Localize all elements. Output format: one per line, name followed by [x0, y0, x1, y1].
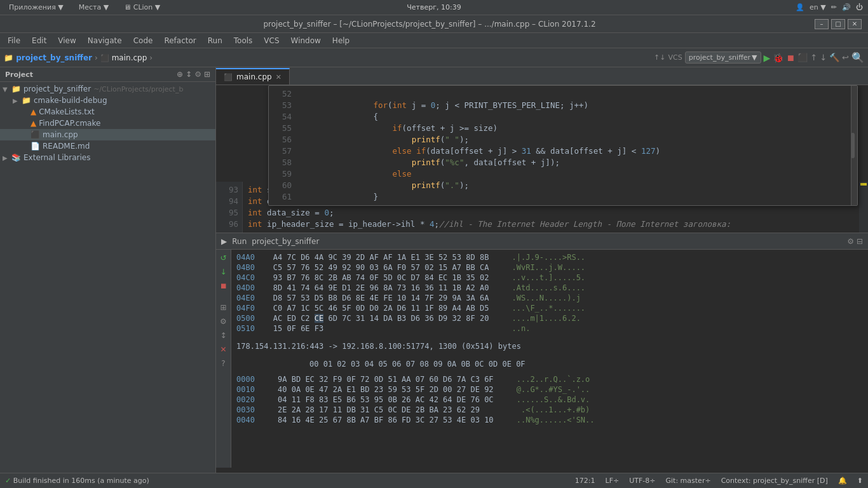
status-line-ending[interactable]: LF÷ — [606, 477, 620, 485]
cmake-build-icon: 📁 — [22, 96, 31, 105]
user-icon: 👤 — [796, 3, 804, 11]
system-time: Четверг, 10:39 — [407, 3, 461, 11]
run-toggle-btn[interactable]: ⊞ — [218, 302, 229, 313]
run-project-name: project_by_sniffer — [252, 237, 319, 246]
run-config-selector[interactable]: project_by_sniffer ▼ — [685, 51, 761, 64]
window-controls: – □ ✕ — [815, 19, 862, 29]
clion-menu[interactable]: 🖥 CLion ▼ — [120, 2, 164, 13]
popup-right-mark — [851, 86, 857, 205]
search-icon[interactable]: 🔍 — [851, 51, 864, 64]
breadcrumb-file[interactable]: ⬛ main.cpp — [100, 53, 147, 62]
panel-layout-icon[interactable]: ⊞ — [204, 70, 210, 79]
run-button[interactable]: ▶ — [764, 53, 771, 63]
readme-label: README.md — [43, 142, 90, 151]
tree-external-libs[interactable]: ▶ 📚 External Libraries — [0, 152, 215, 163]
tab-name: main.cpp — [236, 72, 272, 81]
run-clear-btn[interactable]: ✕ — [218, 344, 229, 355]
cmake-build-label: cmake-build-debug — [34, 96, 107, 105]
editor-area: ⬛ main.cpp ✕ 52 53 for(int j = 0; j < PR… — [216, 67, 868, 233]
lang-btn[interactable]: en ▼ — [810, 3, 826, 11]
system-bar: Приложения ▼ Места ▼ 🖥 CLion ▼ Четверг, … — [0, 0, 868, 15]
run-title: Run — [232, 237, 247, 246]
run-rerun-btn[interactable]: ↺ — [218, 252, 229, 264]
status-position[interactable]: 172:1 — [575, 477, 595, 485]
project-panel-title: Project — [5, 71, 33, 79]
popup-line-54: 54 { — [269, 111, 857, 123]
tree-cmake-build[interactable]: ▶ 📁 cmake-build-debug — [0, 95, 215, 106]
tree-cmakelists[interactable]: ▲ CMakeLists.txt — [0, 106, 215, 118]
menu-run[interactable]: Run — [203, 35, 227, 46]
breadcrumb-project[interactable]: 📁 project_by_sniffer — [4, 53, 92, 62]
maximize-button[interactable]: □ — [831, 19, 845, 29]
external-label: External Libraries — [24, 153, 90, 162]
panel-scope-icon[interactable]: ⊕ — [177, 70, 183, 79]
menu-edit[interactable]: Edit — [27, 35, 51, 46]
panel-scroll-icon[interactable]: ↕ — [186, 70, 192, 79]
maincpp-icon: ⬛ — [31, 130, 40, 139]
status-vcs[interactable]: Git: master÷ — [666, 477, 711, 485]
tree-readme[interactable]: 📄 README.md — [0, 140, 215, 152]
menu-window[interactable]: Window — [286, 35, 326, 46]
debug-button[interactable]: 🐞 — [773, 53, 783, 63]
minimize-button[interactable]: – — [815, 19, 829, 29]
menu-navigate[interactable]: Navigate — [83, 35, 127, 46]
tree-root[interactable]: ▼ 📁 project_by_sniffer ~/CLionProjects/p… — [0, 83, 215, 95]
root-name: project_by_sniffer — [24, 85, 91, 93]
apps-menu[interactable]: Приложения ▼ — [5, 2, 67, 13]
clion-label: CLion — [133, 3, 153, 11]
hex-line-0500: 0500 AC ED C2 CE 6D 7C 31 14 DA B3 D6 36… — [236, 313, 863, 323]
stop-button[interactable]: ⏹ — [786, 53, 795, 63]
tab-close-button[interactable]: ✕ — [276, 73, 281, 81]
hex-line-04a0: 04A0 A4 7C D6 4A 9C 39 2D AF AF 1A E1 3E… — [236, 252, 863, 262]
status-share-icon[interactable]: ⬆ — [857, 477, 863, 485]
menu-help[interactable]: Help — [327, 35, 355, 46]
close-button[interactable]: ✕ — [848, 19, 862, 29]
menu-vcs[interactable]: VCS — [259, 35, 284, 46]
root-path: ~/CLionProjects/project_b — [93, 85, 183, 93]
toolbar-undo-icon[interactable]: ↩ — [842, 53, 849, 62]
popup-line-58: 58 printf("%c", data[offset + j]); — [269, 157, 857, 168]
popup-line-57: 57 else if(data[offset + j] > 31 && data… — [269, 146, 857, 157]
cmakelists-label: CMakeLists.txt — [39, 107, 95, 116]
menu-bar: File Edit View Navigate Code Refactor Ru… — [0, 33, 868, 48]
hex-line-04b0: 04B0 C5 57 76 52 49 92 90 03 6A F0 57 02… — [236, 262, 863, 273]
status-encoding[interactable]: UTF-8÷ — [629, 477, 655, 485]
run-resume-btn[interactable]: ↓ — [218, 266, 229, 278]
run-stop-btn[interactable]: ⏹ — [218, 280, 229, 292]
run-scroll-btn[interactable]: ↕ — [218, 330, 229, 341]
run-panel-layout-icon[interactable]: ⊟ — [857, 237, 863, 246]
menu-code[interactable]: Code — [128, 35, 158, 46]
run-config-arrow: ▼ — [752, 53, 757, 62]
run-panel: ▶ Run project_by_sniffer ⚙ ⊟ ↺ ↓ ⏹ ⊞ ⚙ ↕ — [216, 233, 868, 468]
menu-file[interactable]: File — [3, 35, 25, 46]
popup-line-53: 53 for(int j = 0; j < PRINT_BYTES_PER_LI… — [269, 100, 857, 111]
run-panel-gear-icon[interactable]: ⚙ — [847, 237, 854, 246]
popup-scrollbar[interactable] — [851, 133, 855, 158]
run-panel-header: ▶ Run project_by_sniffer ⚙ ⊟ — [216, 233, 868, 250]
title-bar: project_by_sniffer – [~/CLionProjects/pr… — [0, 15, 868, 33]
tree-maincpp[interactable]: ⬛ main.cpp — [0, 129, 215, 140]
tab-maincpp[interactable]: ⬛ main.cpp ✕ — [216, 68, 290, 85]
external-icon: 📚 — [11, 153, 21, 162]
code-popup: 52 53 for(int j = 0; j < PRINT_BYTES_PER… — [268, 85, 858, 206]
toolbar-extra-icon: ⬛ — [797, 53, 808, 62]
findpcap-icon: ▲ — [31, 119, 36, 128]
menu-view[interactable]: View — [53, 35, 81, 46]
menu-refactor[interactable]: Refactor — [159, 35, 201, 46]
status-notifications-icon[interactable]: 🔔 — [838, 477, 847, 485]
cpp-file-icon: ⬛ — [100, 54, 109, 62]
menu-tools[interactable]: Tools — [229, 35, 258, 46]
popup-line-56: 56 printf(" "); — [269, 134, 857, 146]
hex-header: 00 01 02 03 04 05 06 07 08 09 0A 0B 0C 0… — [236, 359, 863, 369]
tree-findpcap[interactable]: ▲ FindPCAP.cmake — [0, 118, 215, 129]
popup-line-60: 60 printf("."); — [269, 180, 857, 191]
toolbar-build-icon: 🔨 — [829, 53, 839, 62]
code-line-96: int ip_header_size = ip_header->ihl * 4;… — [248, 219, 854, 230]
run-question-btn[interactable]: ? — [218, 358, 229, 369]
hex-line-0510: 0510 15 0F 6E F3 ..n. — [236, 323, 863, 334]
run-settings-btn[interactable]: ⚙ — [218, 316, 229, 327]
panel-gear-icon[interactable]: ⚙ — [194, 70, 201, 79]
run-sidebar: ↺ ↓ ⏹ ⊞ ⚙ ↕ ✕ ? — [216, 250, 231, 468]
cmakelists-icon: ▲ — [31, 107, 36, 116]
places-menu[interactable]: Места ▼ — [75, 2, 112, 13]
